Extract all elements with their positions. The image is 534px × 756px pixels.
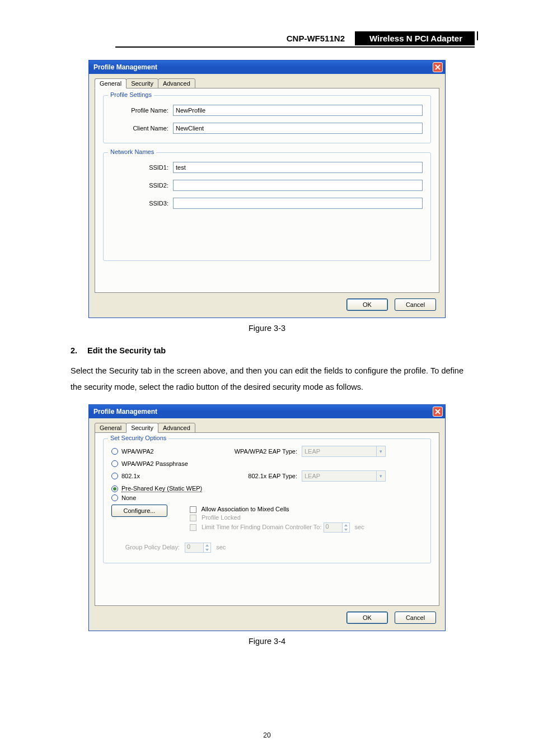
checkbox-allow-mixed[interactable] bbox=[190, 506, 196, 513]
wpa-eap-label: WPA/WPA2 EAP Type: bbox=[223, 448, 302, 455]
limit-time-unit: sec bbox=[355, 524, 364, 530]
checkbox-profile-locked bbox=[190, 515, 196, 521]
header-tick bbox=[477, 31, 478, 40]
wpa-eap-combo[interactable]: LEAP ▾ bbox=[302, 446, 386, 457]
client-name-input[interactable] bbox=[173, 123, 423, 134]
configure-button[interactable]: Configure... bbox=[111, 505, 167, 517]
spinner-icon bbox=[342, 522, 350, 533]
tab-panel-general: Profile Settings Profile Name: Client Na… bbox=[95, 88, 439, 293]
radio-icon-checked bbox=[111, 486, 118, 492]
ok-button[interactable]: OK bbox=[346, 298, 388, 311]
tab-security-2[interactable]: Security bbox=[126, 423, 158, 433]
radio-8021x[interactable]: 802.1x bbox=[111, 473, 223, 479]
group-policy-unit: sec bbox=[216, 544, 226, 550]
titlebar: Profile Management bbox=[89, 60, 445, 74]
body-paragraph: Select the Security tab in the screen ab… bbox=[71, 363, 463, 395]
header: CNP-WF511N2 Wireless N PCI Adapter bbox=[115, 31, 475, 48]
close-icon-2[interactable] bbox=[433, 407, 443, 417]
ssid2-label: SSID2: bbox=[111, 182, 173, 189]
cancel-button-2[interactable]: Cancel bbox=[395, 612, 436, 624]
window-title: Profile Management bbox=[93, 63, 433, 71]
figure-3-4-caption: Figure 3-4 bbox=[71, 637, 463, 646]
radio-8021x-label: 802.1x bbox=[121, 473, 140, 479]
profile-management-dialog-security: Profile Management General Security Adva… bbox=[88, 404, 446, 631]
radio-icon bbox=[111, 460, 118, 467]
tab-strip-2: General Security Advanced bbox=[95, 423, 439, 433]
ssid2-input[interactable] bbox=[173, 180, 423, 191]
tab-general-2[interactable]: General bbox=[95, 423, 127, 433]
checkbox-limit-time bbox=[190, 524, 196, 531]
profile-settings-group: Profile Settings Profile Name: Client Na… bbox=[103, 95, 431, 143]
dot1x-eap-value: LEAP bbox=[302, 473, 376, 479]
dot1x-eap-label: 802.1x EAP Type: bbox=[223, 473, 302, 479]
profile-locked-label: Profile Locked bbox=[202, 514, 241, 521]
titlebar-2: Profile Management bbox=[89, 405, 445, 418]
close-icon[interactable] bbox=[433, 62, 443, 72]
figure-3-3-caption: Figure 3-3 bbox=[71, 324, 463, 333]
ssid1-input[interactable] bbox=[173, 162, 423, 173]
radio-wpa-psk-label: WPA/WPA2 Passphrase bbox=[121, 460, 188, 467]
step-2-title: Edit the Security tab bbox=[87, 346, 166, 355]
security-options-legend: Set Security Options bbox=[108, 435, 168, 441]
network-names-legend: Network Names bbox=[108, 148, 156, 155]
radio-wpa-label: WPA/WPA2 bbox=[121, 448, 154, 455]
page-number: 20 bbox=[0, 731, 534, 739]
radio-wpa-psk[interactable]: WPA/WPA2 Passphrase bbox=[111, 460, 423, 467]
radio-icon bbox=[111, 473, 118, 479]
allow-mixed-label: Allow Association to Mixed Cells bbox=[201, 506, 289, 512]
ssid3-input[interactable] bbox=[173, 198, 423, 209]
limit-time-value: 0 bbox=[324, 522, 343, 533]
tab-general[interactable]: General bbox=[95, 78, 127, 88]
radio-psk-wep-label: Pre-Shared Key (Static WEP) bbox=[121, 485, 202, 492]
wpa-eap-value: LEAP bbox=[302, 448, 376, 455]
spinner-icon bbox=[203, 543, 211, 553]
group-policy-value: 0 bbox=[185, 543, 204, 553]
cancel-button[interactable]: Cancel bbox=[395, 298, 436, 311]
client-name-label: Client Name: bbox=[111, 125, 173, 132]
radio-icon bbox=[111, 494, 118, 501]
tab-panel-security: Set Security Options WPA/WPA2 WPA/WPA2 E… bbox=[95, 432, 439, 606]
profile-name-label: Profile Name: bbox=[111, 107, 173, 114]
radio-wpa[interactable]: WPA/WPA2 bbox=[111, 448, 223, 455]
profile-settings-legend: Profile Settings bbox=[108, 91, 154, 98]
ssid1-label: SSID1: bbox=[111, 164, 173, 171]
radio-psk-wep[interactable]: Pre-Shared Key (Static WEP) bbox=[111, 485, 423, 492]
radio-icon bbox=[111, 448, 118, 455]
window-title-2: Profile Management bbox=[93, 408, 433, 416]
dot1x-eap-combo[interactable]: LEAP ▾ bbox=[302, 470, 386, 482]
set-security-options-group: Set Security Options WPA/WPA2 WPA/WPA2 E… bbox=[103, 438, 431, 563]
profile-management-dialog-general: Profile Management General Security Adva… bbox=[88, 60, 446, 318]
limit-time-label: Limit Time for Finding Domain Controller… bbox=[202, 524, 321, 530]
ssid3-label: SSID3: bbox=[111, 200, 173, 207]
ok-button-2[interactable]: OK bbox=[346, 612, 388, 624]
tab-security[interactable]: Security bbox=[126, 78, 158, 88]
tab-strip: General Security Advanced bbox=[95, 78, 439, 88]
chevron-down-icon: ▾ bbox=[376, 446, 385, 456]
profile-name-input[interactable] bbox=[173, 105, 423, 116]
network-names-group: Network Names SSID1: SSID2: SSID3: bbox=[103, 152, 431, 261]
group-policy-label: Group Policy Delay: bbox=[111, 544, 183, 550]
step-2-num: 2. bbox=[71, 346, 85, 355]
chevron-down-icon: ▾ bbox=[376, 471, 385, 481]
header-model: CNP-WF511N2 bbox=[284, 31, 355, 45]
step-2-heading: 2. Edit the Security tab bbox=[71, 346, 463, 355]
tab-advanced-2[interactable]: Advanced bbox=[158, 423, 195, 433]
radio-none[interactable]: None bbox=[111, 494, 423, 501]
header-product: Wireless N PCI Adapter bbox=[355, 31, 475, 45]
radio-none-label: None bbox=[121, 494, 136, 501]
tab-advanced[interactable]: Advanced bbox=[158, 78, 195, 88]
